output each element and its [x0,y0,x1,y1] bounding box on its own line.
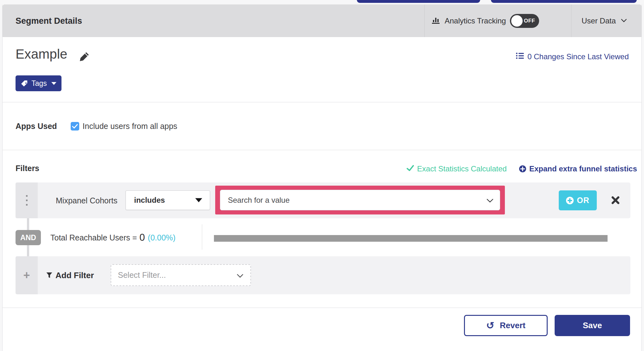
filters-status-bar: Exact Statistics Calculated Expand extra… [407,164,637,173]
revert-button-label: Revert [500,321,525,330]
tag-icon [21,80,28,87]
remove-filter-button[interactable] [611,196,620,206]
operator-select[interactable]: includes [126,190,210,210]
check-icon [72,124,78,129]
header-divider [424,4,425,37]
cutoff-button-left[interactable] [357,0,480,3]
add-filter-label-group: Add Filter [46,271,94,280]
add-filter-label: Add Filter [55,271,94,280]
include-all-apps-checkbox[interactable] [71,122,79,131]
expand-funnel-statistics-label: Expand extra funnel statistics [529,164,637,173]
close-icon [611,196,620,205]
value-search-select[interactable]: Search for a value [220,190,500,210]
and-badge: AND [16,230,41,245]
page-title: Segment Details [16,16,82,26]
tags-button-label: Tags [31,79,47,88]
save-button[interactable]: Save [555,315,630,336]
analytics-tracking-toggle[interactable]: OFF [510,14,539,28]
filter-field-label: Mixpanel Cohorts [56,196,118,205]
reachable-label: Total Reachable Users = [50,233,137,242]
header-bar: Segment Details Analytics Tracking OFF U… [3,4,641,37]
tags-button[interactable]: Tags [16,75,61,91]
expand-funnel-statistics-link[interactable]: Expand extra funnel statistics [519,164,637,173]
changes-link-label: 0 Changes Since Last Viewed [527,52,629,61]
footer-actions: ↺ Revert Save [3,308,641,351]
or-button-label: OR [577,196,589,205]
select-filter-dropdown[interactable]: Select Filter... [111,264,251,286]
revert-button[interactable]: ↺ Revert [464,315,548,336]
edit-pencil-icon[interactable] [79,51,90,64]
toggle-state-label: OFF [524,18,535,24]
user-data-label: User Data [582,16,616,25]
plus-circle-icon [566,197,574,204]
check-icon [407,164,414,173]
analytics-tracking-control: Analytics Tracking OFF [431,4,539,37]
vertical-divider [202,224,202,250]
filters-section: Filters Exact Statistics Calculated Expa… [3,150,641,308]
segment-details-card: Segment Details Analytics Tracking OFF U… [2,4,642,351]
value-select-placeholder: Search for a value [228,196,290,205]
highlight-annotation: Search for a value [215,186,505,214]
funnel-icon [46,272,53,279]
include-all-apps-label: Include users from all apps [83,122,177,131]
reachable-percent: (0.00%) [148,233,176,242]
add-filter-plus-handle: + [16,256,38,294]
analytics-tracking-label: Analytics Tracking [445,16,506,25]
drag-dots-icon [26,195,28,206]
plus-circle-icon [519,165,526,173]
operator-value: includes [134,196,165,205]
reachable-value: 0 [139,232,145,243]
apps-used-section: Apps Used Include users from all apps [3,102,641,150]
add-or-condition-button[interactable]: OR [559,190,597,210]
user-data-dropdown[interactable]: User Data [582,4,627,37]
drag-handle[interactable] [16,182,38,218]
plus-icon: + [23,269,30,282]
filter-row: Mixpanel Cohorts includes Search for a v… [16,182,630,218]
undo-icon: ↺ [486,321,494,330]
list-icon [516,52,524,61]
toggle-knob [511,15,523,27]
title-section: Example 0 Changes Since Last Viewed [3,37,641,102]
apps-used-heading: Apps Used [16,122,57,131]
total-reachable-users: Total Reachable Users = 0 (0.00%) [50,232,176,243]
changes-since-last-viewed-link[interactable]: 0 Changes Since Last Viewed [516,52,629,61]
caret-down-icon [51,82,56,85]
chevron-down-icon [486,196,493,205]
chevron-down-icon [237,271,243,280]
select-filter-placeholder: Select Filter... [118,271,166,280]
segment-name: Example [16,47,67,62]
chevron-down-icon [621,18,627,24]
caret-down-icon [195,198,202,202]
add-filter-row: + Add Filter Select Filter... [16,256,630,294]
reachable-progress-bar [214,235,608,242]
filters-heading: Filters [16,164,39,173]
header-divider [571,4,571,37]
exact-statistics-status: Exact Statistics Calculated [407,164,507,173]
bar-chart-icon [431,16,441,26]
cutoff-button-right[interactable] [491,0,637,3]
exact-statistics-label: Exact Statistics Calculated [417,164,507,173]
